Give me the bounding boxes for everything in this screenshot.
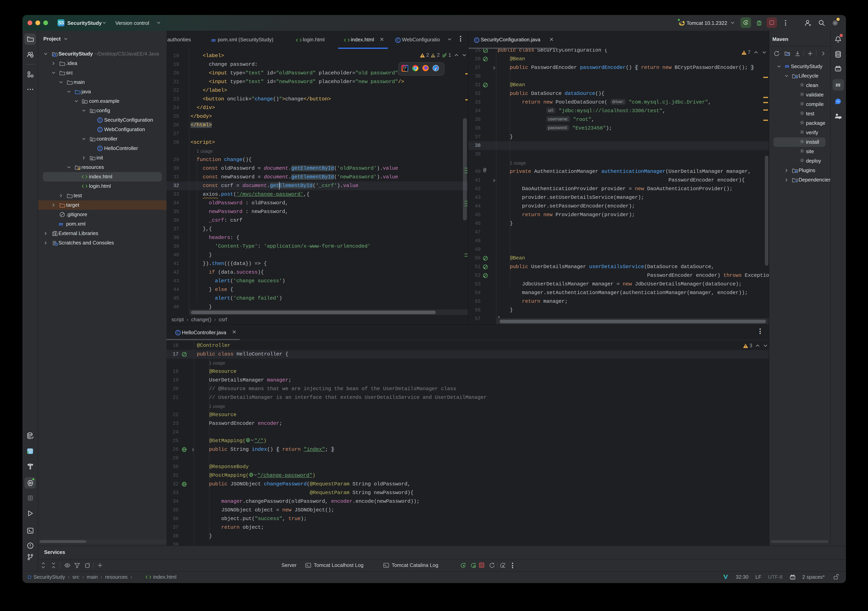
svg-text:C: C [99,127,101,132]
svg-text:C: C [99,146,101,150]
svg-text:C: C [476,38,478,42]
svg-text:C: C [99,118,101,122]
svg-text:C: C [397,38,399,42]
svg-text:C: C [177,331,179,335]
svg-text:?: ? [31,54,33,57]
